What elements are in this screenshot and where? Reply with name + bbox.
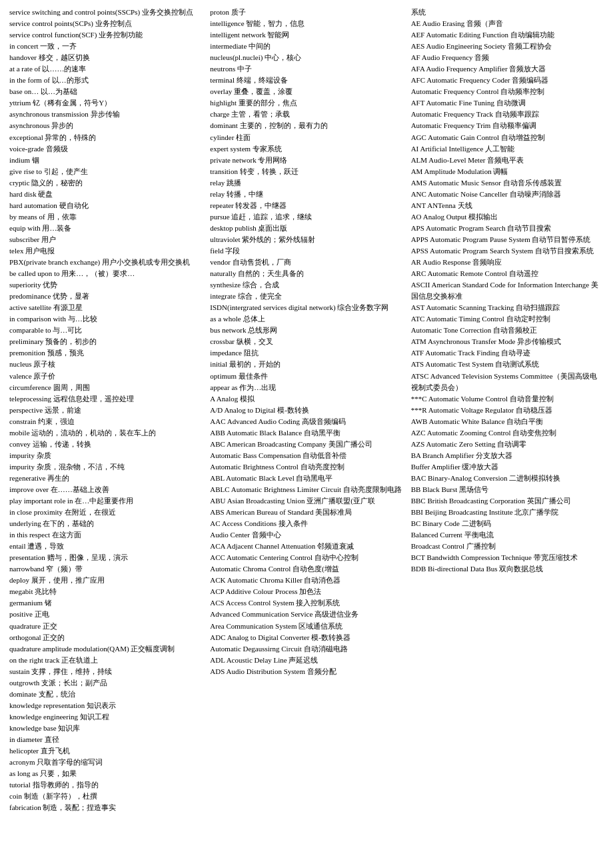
list-item: ABLC Automatic Brightness Limiter Circui… [210,484,402,495]
list-item: appear as 作为…出现 [210,382,402,393]
list-item: desktop publish 桌面出版 [210,223,402,234]
list-item: in close proximity 在附近，在很近 [9,507,202,518]
list-item: convey 运输，传递，转换 [9,439,202,450]
list-item: tutorial 指导教师的，指导的 [9,779,202,791]
list-item: Automatic Chroma Control 自动色度(增益 [210,563,402,575]
list-item: ATF Automatic Track Finding 自动寻迹 [411,347,604,359]
list-item: AST Automatic Scanning Tracking 自动扫描跟踪 [411,302,604,313]
list-item: ACP Additive Colour Process 加色法 [210,586,402,597]
list-item: base on… 以…为基础 [9,86,202,97]
list-item: give rise to 引起，使产生 [9,166,202,177]
list-item: preliminary 预备的，初步的 [9,336,202,347]
list-item: ALM Audio-Level Meter 音频电平表 [411,155,604,166]
list-item: crossbar 纵横，交叉 [210,336,402,347]
list-item: service control function(SCF) 业务控制功能 [9,29,202,41]
list-item: AEF Automatic Editing Function 自动编辑功能 [411,29,604,41]
list-item: ***R Automatic Voltage Regulator 自动稳压器 [411,405,604,416]
list-item: AAC Advanced Audio Coding 高级音频编码 [210,416,402,427]
list-item: constrain 约束，强迫 [9,416,202,427]
list-item: neutrons 中子 [210,63,402,75]
list-item: nucleus 原子核 [9,359,202,370]
list-item: asynchronous transmission 异步传输 [9,109,202,120]
list-item: in this respect 在这方面 [9,529,202,541]
list-item: APPS Automatic Program Pause System 自动节目… [411,234,604,245]
list-item: AMS Automatic Music Sensor 自动音乐传感装置 [411,177,604,189]
list-item: AR Audio Response 音频响应 [411,257,604,268]
list-item: AFT Automatic Fine Tuning 自动微调 [411,97,604,109]
list-item: BAC Binary-Analog Conversion 二进制模拟转换 [411,473,604,484]
list-item: cylinder 柱面 [210,132,402,143]
list-item: AES Audio Engineering Society 音频工程协会 [411,41,604,52]
list-item: entail 遭遇，导致 [9,541,202,552]
list-item: ATSC Advanced Television Systems Committ… [411,371,604,393]
column-2: proton 质子intelligence 智能，智力，信息intelligen… [206,7,406,813]
list-item: improve over 在……基础上改善 [9,484,202,495]
list-item: coin 制造（新字符），杜撰 [9,791,202,802]
list-item: underlying 在下的，基础的 [9,518,202,529]
list-item: active satellite 有源卫星 [9,302,202,313]
list-item: orthogonal 正交的 [9,632,202,643]
list-item: germanium 锗 [9,597,202,609]
list-item: APS Automatic Program Search 自动节目搜索 [411,223,604,234]
list-item: narrowband 窄（频）带 [9,563,202,575]
list-item: comparable to 与…可比 [9,325,202,336]
list-item: BCT Bandwidth Compression Technique 带宽压缩… [411,552,604,563]
list-item: field 字段 [210,245,402,257]
list-item: play important role in 在…中起重要作用 [9,495,202,507]
list-item: 系统 [411,7,604,18]
list-item: impurity 杂质，混杂物，不洁，不纯 [9,461,202,473]
list-item: outgrowth 支派；长出；副产品 [9,677,202,689]
list-item: ACA Adjacent Channel Attenuation 邻频道衰减 [210,541,402,552]
list-item: in comparison with 与…比较 [9,313,202,325]
list-item: by means of 用，依靠 [9,211,202,223]
list-item: as a whole 总体上 [210,313,402,325]
list-item: ABL Automatic Black Level 自动黑电平 [210,473,402,484]
list-item: private network 专用网络 [210,155,402,166]
list-item: Area Communication System 区域通信系统 [210,621,402,632]
list-item: intelligent network 智能网 [210,29,402,41]
list-item: ARC Automatic Remote Control 自动遥控 [411,268,604,279]
list-item: ADC Analog to Digital Converter 模-数转换器 [210,632,402,643]
list-item: Automatic Frequency Control 自动频率控制 [411,86,604,97]
list-item: A Analog 模拟 [210,393,402,405]
list-item: at a rate of 以……的速率 [9,63,202,75]
list-item: hard automation 硬自动化 [9,200,202,211]
list-item: BBC British Broadcasting Corporation 英国广… [411,495,604,507]
list-item: BA Branch Amplifier 分支放大器 [411,450,604,461]
list-item: BC Binary Code 二进制码 [411,518,604,529]
list-item: regenerative 再生的 [9,473,202,484]
list-item: Broadcast Control 广播控制 [411,541,604,552]
list-item: initial 最初的，开始的 [210,359,402,370]
list-item: acronym 只取首字母的缩写词 [9,757,202,768]
list-item: presentation 赠与，图像，呈现，演示 [9,552,202,563]
list-item: on the right track 正在轨道上 [9,655,202,666]
list-item: service switching and control points(SSC… [9,7,202,18]
list-item: quadrature amplitude modulation(QAM) 正交幅… [9,643,202,655]
list-item: valence 原子价 [9,371,202,382]
list-item: indium 铟 [9,155,202,166]
list-item: ANT ANTenna 天线 [411,200,604,211]
list-item: AM Amplitude Modulation 调幅 [411,166,604,177]
list-item: impurity 杂质 [9,450,202,461]
list-item: nucleus(pl.nuclei) 中心，核心 [210,52,402,63]
list-item: AFA Audio Frequency Amplifier 音频放大器 [411,63,604,75]
list-item: intelligence 智能，智力，信息 [210,18,402,29]
list-item: relay 转播，中继 [210,189,402,200]
column-3: 系统AE Audio Erasing 音频（声音AEF Automatic Ed… [407,7,604,813]
list-item: Audio Center 音频中心 [210,529,402,541]
list-item: quadrature 正交 [9,621,202,632]
list-item: voice-grade 音频级 [9,143,202,155]
list-item: predominance 优势，显著 [9,291,202,302]
list-item: repeater 转发器，中继器 [210,200,402,211]
list-item: ACS Access Control System 接入控制系统 [210,597,402,609]
list-item: mobile 运动的，流动的，机动的，装在车上的 [9,427,202,439]
list-item: naturally 自然的；天生具备的 [210,268,402,279]
list-item: intermediate 中间的 [210,41,402,52]
list-item: bus network 总线形网 [210,325,402,336]
list-item: ATC Automatic Timing Control 自动定时控制 [411,313,604,325]
list-item: transition 转变，转换，跃迁 [210,166,402,177]
list-item: highlight 重要的部分，焦点 [210,97,402,109]
list-item: teleprocessing 远程信息处理，遥控处理 [9,393,202,405]
list-item: ultraviolet 紫外线的；紫外线辐射 [210,234,402,245]
list-item: terminal 终端，终端设备 [210,75,402,86]
